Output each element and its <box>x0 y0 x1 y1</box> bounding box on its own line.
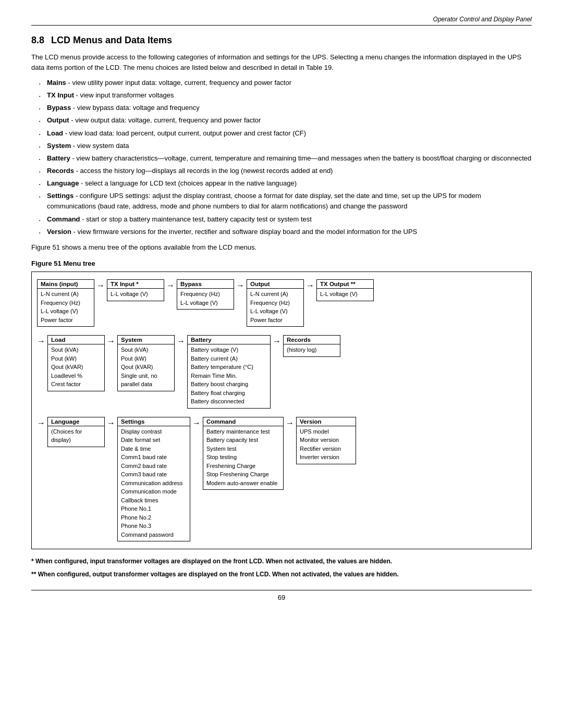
arrow-1 <box>96 279 105 290</box>
node-mains-input: Mains (input) L-N current (A)Frequency (… <box>37 279 94 327</box>
page-number: 69 <box>31 590 532 601</box>
arrow-10 <box>286 417 294 428</box>
node-mains-body: L-N current (A)Frequency (Hz)L-L voltage… <box>38 289 94 326</box>
term: Battery <box>47 154 70 162</box>
node-records-header: Records <box>284 336 340 344</box>
list-item: Bypass - view bypass data: voltage and f… <box>42 103 532 113</box>
node-output: Output L-N current (A)Frequency (Hz)L-L … <box>247 279 304 327</box>
item-text: - view load data: load percent, output c… <box>63 129 306 137</box>
node-language-header: Language <box>48 417 104 426</box>
item-text: - access the history log—displays all re… <box>74 167 333 175</box>
list-item: Version - view firmware versions for the… <box>42 227 532 237</box>
item-text: - configure UPS settings: adjust the dis… <box>47 192 481 210</box>
row2-start-arrow <box>37 335 45 346</box>
node-output-body: L-N current (A)Frequency (Hz)L-L voltage… <box>247 289 303 326</box>
arrow-2 <box>166 279 175 290</box>
node-bypass: Bypass Frequency (Hz)L-L voltage (V) <box>177 279 234 310</box>
term: Command <box>47 215 80 223</box>
arrow-3 <box>236 279 244 290</box>
node-battery-body: Battery voltage (V)Battery current (A)Ba… <box>188 344 270 408</box>
tree-row-2: Load Sout (kVA)Pout (kW)Qout (kVAR)Loadl… <box>37 335 526 409</box>
list-item: TX Input - view input transformer voltag… <box>42 90 532 101</box>
node-command: Command Battery maintenance testBattery … <box>203 417 284 490</box>
node-battery: Battery Battery voltage (V)Battery curre… <box>187 335 271 409</box>
item-text: - view output data: voltage, current, fr… <box>69 116 261 124</box>
node-version: Version UPS modelMonitor versionRectifie… <box>296 417 356 464</box>
feature-list: Mains - view utility power input data: v… <box>42 78 532 237</box>
node-system-body: Sout (kVA)Pout (kW)Qout (kVAR)Single uni… <box>118 344 174 391</box>
node-tx-input-header: TX Input * <box>107 280 164 289</box>
item-text: - view utility power input data: voltage… <box>66 79 291 87</box>
intro-paragraph: The LCD menus provide access to the foll… <box>31 52 532 72</box>
node-system-header: System <box>118 336 174 344</box>
node-battery-header: Battery <box>188 336 270 344</box>
node-command-body: Battery maintenance testBattery capacity… <box>203 426 283 490</box>
arrow-4 <box>306 279 314 290</box>
arrow-8 <box>107 417 115 428</box>
figure-caption: Figure 51 Menu tree <box>31 260 532 267</box>
node-version-header: Version <box>297 417 356 426</box>
term: Bypass <box>47 104 71 112</box>
item-text: - view bypass data: voltage and frequenc… <box>71 104 199 112</box>
node-language-body: (Choices fordisplay) <box>48 426 104 447</box>
tree-row-1: Mains (input) L-N current (A)Frequency (… <box>37 279 526 327</box>
node-output-header: Output <box>247 280 303 289</box>
list-item: Language - select a language for LCD tex… <box>42 178 532 189</box>
item-text: - view input transformer voltages <box>74 91 174 99</box>
node-bypass-header: Bypass <box>177 280 234 289</box>
node-bypass-body: Frequency (Hz)L-L voltage (V) <box>177 289 234 309</box>
node-settings-header: Settings <box>118 417 190 426</box>
list-item: Load - view load data: load percent, out… <box>42 128 532 139</box>
item-text: - start or stop a battery maintenance te… <box>80 215 312 223</box>
node-version-body: UPS modelMonitor versionRectifier versio… <box>297 426 356 464</box>
page-header: Operator Control and Display Panel <box>31 16 532 26</box>
arrow-6 <box>177 335 185 346</box>
node-system: System Sout (kVA)Pout (kW)Qout (kVAR)Sin… <box>117 335 175 391</box>
term: Language <box>47 179 79 187</box>
node-load-header: Load <box>48 336 104 344</box>
menu-tree-diagram: Mains (input) L-N current (A)Frequency (… <box>31 272 532 549</box>
term: Load <box>47 129 63 137</box>
term: Records <box>47 167 74 175</box>
item-text: - select a language for LCD text (choice… <box>79 179 297 187</box>
node-settings-body: Display contrastDate format setDate & ti… <box>118 426 190 541</box>
section-name: LCD Menus and Data Items <box>51 35 172 45</box>
node-tx-input-body: L-L voltage (V) <box>107 289 164 301</box>
list-item: Mains - view utility power input data: v… <box>42 78 532 88</box>
arrow-7 <box>273 335 281 346</box>
term: TX Input <box>47 91 74 99</box>
tree-row-3: Language (Choices fordisplay) Settings D… <box>37 417 526 542</box>
node-records: Records (history log) <box>283 335 340 357</box>
footnote-star1: * When configured, input transformer vol… <box>31 557 532 566</box>
figure-intro: Figure 51 shows a menu tree of the optio… <box>31 242 532 253</box>
item-text: - view firmware versions for the inverte… <box>71 228 417 236</box>
item-text: - view system data <box>71 142 129 150</box>
list-item: Battery - view battery characteristics—v… <box>42 153 532 164</box>
term: Settings <box>47 192 74 200</box>
section-title: 8.8 LCD Menus and Data Items <box>31 35 532 46</box>
node-mains-header: Mains (input) <box>38 280 94 289</box>
term: System <box>47 142 71 150</box>
node-load: Load Sout (kVA)Pout (kW)Qout (kVAR)Loadl… <box>47 335 105 391</box>
node-tx-output-header: TX Output ** <box>317 280 373 289</box>
node-language: Language (Choices fordisplay) <box>47 417 105 447</box>
list-item: System - view system data <box>42 141 532 151</box>
header-text: Operator Control and Display Panel <box>433 16 532 23</box>
list-item: Output - view output data: voltage, curr… <box>42 115 532 126</box>
arrow-9 <box>192 417 201 428</box>
footnote-star2: ** When configured, output transformer v… <box>31 570 532 579</box>
node-tx-input: TX Input * L-L voltage (V) <box>107 279 164 301</box>
node-tx-output-body: L-L voltage (V) <box>317 289 373 301</box>
list-item: Settings - configure UPS settings: adjus… <box>42 191 532 212</box>
item-text: - view battery characteristics—voltage, … <box>70 154 531 162</box>
node-records-body: (history log) <box>284 344 340 356</box>
list-item: Records - access the history log—display… <box>42 166 532 176</box>
node-command-header: Command <box>203 417 283 426</box>
node-load-body: Sout (kVA)Pout (kW)Qout (kVAR)Loadlevel … <box>48 344 104 391</box>
row3-start-arrow <box>37 417 45 428</box>
node-settings: Settings Display contrastDate format set… <box>117 417 190 542</box>
term: Version <box>47 228 71 236</box>
term: Output <box>47 116 69 124</box>
arrow-5 <box>107 335 115 346</box>
node-tx-output: TX Output ** L-L voltage (V) <box>316 279 374 301</box>
